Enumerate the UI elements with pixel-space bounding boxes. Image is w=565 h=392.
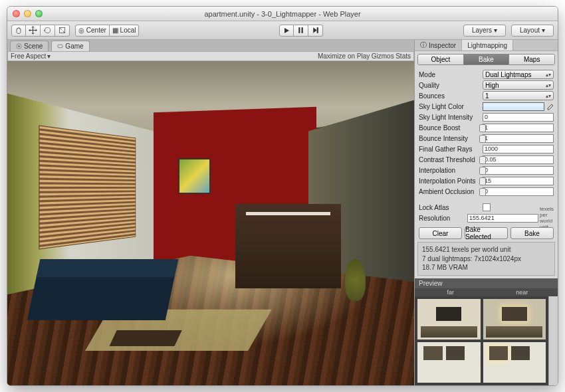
tab-scene[interactable]: Scene: [10, 41, 49, 51]
bake-selected-button[interactable]: Bake Selected: [465, 227, 508, 239]
pause-button[interactable]: [294, 25, 308, 37]
bake-button[interactable]: Bake: [510, 227, 554, 239]
titlebar: apartment.unity - 3-0_Lightmapper - Web …: [7, 7, 558, 21]
preview-scrollbar[interactable]: [548, 296, 558, 386]
ambient-occlusion-field[interactable]: [483, 187, 554, 196]
bake-actions: Clear Bake Selected Bake: [415, 225, 558, 242]
scene-cabinet: [235, 204, 341, 288]
main-area: Scene Game Free Aspect ▾ Maximize on Pla…: [7, 40, 414, 385]
view-tabs: Scene Game: [7, 40, 414, 51]
scene-vase: [345, 259, 366, 301]
scene-coffee-table: [109, 330, 181, 346]
stats-lightmaps: 7 dual lightmaps: 7x1024x1024px: [422, 254, 550, 264]
lightmap-near-0[interactable]: [483, 299, 546, 340]
center-icon: ◎: [78, 27, 84, 34]
layers-dropdown[interactable]: Layers▾: [463, 25, 506, 37]
clear-button[interactable]: Clear: [419, 227, 462, 239]
bounces-label: Bounces: [419, 92, 480, 100]
svg-point-5: [18, 45, 20, 47]
contrast-threshold-field[interactable]: [483, 155, 554, 164]
sky-light-color-field[interactable]: [483, 102, 544, 111]
aspect-dropdown[interactable]: Free Aspect ▾: [11, 52, 51, 60]
chevron-down-icon: ▾: [494, 27, 497, 34]
lightmap-near-1[interactable]: [483, 342, 546, 383]
lightmap-stats: 155.6421 texels per world unit 7 dual li…: [417, 242, 555, 276]
inspector-tabs: ⓘInspector Lightmapping: [415, 40, 558, 51]
stats-vram: 18.7 MB VRAM: [422, 263, 550, 272]
pivot-center-button[interactable]: ◎ Center: [75, 25, 110, 37]
tab-lightmapping[interactable]: Lightmapping: [462, 40, 513, 50]
toolbar: ◎ Center ▦ Local Layers▾ Layout▾: [7, 21, 558, 40]
game-viewport[interactable]: [7, 61, 414, 385]
lightmap-far-1[interactable]: [417, 342, 481, 383]
layout-dropdown[interactable]: Layout▾: [511, 25, 554, 37]
subtab-bake[interactable]: Bake: [463, 54, 509, 64]
quality-label: Quality: [419, 82, 480, 89]
inspector-icon: ⓘ: [420, 41, 427, 50]
window-title: apartment.unity - 3-0_Lightmapper - Web …: [7, 10, 558, 18]
contrast-threshold-label: Contrast Threshold: [419, 156, 477, 163]
pivot-local-button[interactable]: ▦ Local: [110, 25, 140, 37]
eyedropper-icon[interactable]: [546, 102, 554, 110]
inspector-panel: ⓘInspector Lightmapping Object Bake Maps…: [414, 40, 558, 385]
svg-rect-1: [299, 27, 300, 33]
view-options-bar: Free Aspect ▾ Maximize on Play Gizmos St…: [7, 51, 414, 61]
stats-texels: 155.6421 texels per world unit: [422, 245, 550, 254]
quality-select[interactable]: High▴▾: [483, 80, 554, 90]
mode-label: Mode: [419, 71, 480, 78]
subtab-object[interactable]: Object: [418, 54, 463, 64]
bounce-intensity-label: Bounce Intensity: [419, 135, 477, 142]
play-button[interactable]: [279, 25, 294, 37]
subtab-maps[interactable]: Maps: [508, 54, 554, 64]
interpolation-points-field[interactable]: [483, 177, 554, 185]
maximize-on-play-toggle[interactable]: Maximize on Play: [318, 52, 370, 60]
scene-sofa: [27, 275, 175, 320]
final-gather-rays-label: Final Gather Rays: [419, 146, 480, 153]
bake-properties: ModeDual Lightmaps▴▾ QualityHigh▴▾ Bounc…: [415, 68, 558, 225]
bounce-intensity-field[interactable]: [483, 134, 554, 143]
step-button[interactable]: [308, 25, 323, 37]
bounce-boost-label: Bounce Boost: [419, 124, 477, 132]
preview-labels: far near: [415, 288, 558, 296]
game-icon: [57, 43, 63, 49]
resolution-field[interactable]: [467, 214, 538, 223]
preview-header: Preview: [415, 278, 558, 288]
gizmos-toggle[interactable]: Gizmos: [372, 52, 394, 60]
editor-body: Scene Game Free Aspect ▾ Maximize on Pla…: [7, 40, 558, 385]
scale-tool-button[interactable]: [55, 25, 70, 37]
preview-near-label: near: [487, 288, 558, 296]
preview-panel: Preview far near: [415, 278, 558, 386]
updown-icon: ▴▾: [546, 72, 551, 78]
bounce-boost-field[interactable]: [483, 124, 554, 132]
interpolation-field[interactable]: [483, 166, 554, 175]
playback-controls: [279, 25, 323, 37]
tab-inspector[interactable]: ⓘInspector: [415, 40, 462, 50]
tab-game[interactable]: Game: [51, 41, 89, 51]
lightmap-far-0[interactable]: [417, 299, 481, 340]
svg-rect-2: [302, 27, 303, 33]
chevron-down-icon: ▾: [47, 52, 51, 60]
scene-icon: [16, 43, 22, 49]
move-tool-button[interactable]: [26, 25, 41, 37]
transform-tools: [11, 25, 70, 37]
svg-rect-6: [58, 45, 63, 48]
interpolation-points-label: Interpolation Points: [419, 177, 477, 185]
stats-toggle[interactable]: Stats: [396, 52, 411, 60]
ambient-occlusion-label: Ambient Occlusion: [419, 188, 477, 195]
rotate-tool-button[interactable]: [41, 25, 55, 37]
svg-rect-3: [317, 27, 318, 33]
pivot-controls: ◎ Center ▦ Local: [75, 25, 139, 37]
chevron-down-icon: ▾: [542, 27, 545, 34]
scene-window-blinds: [39, 126, 136, 250]
sky-light-intensity-field[interactable]: [483, 113, 554, 122]
preview-grid: [415, 296, 548, 386]
bounces-select[interactable]: 1▴▾: [483, 91, 554, 100]
updown-icon: ▴▾: [546, 93, 551, 99]
hand-tool-button[interactable]: [11, 25, 26, 37]
mode-select[interactable]: Dual Lightmaps▴▾: [483, 70, 554, 79]
final-gather-rays-field[interactable]: [483, 145, 554, 153]
local-icon: ▦: [112, 27, 118, 34]
sky-light-color-label: Sky Light Color: [419, 103, 480, 110]
preview-far-label: far: [415, 288, 487, 296]
interpolation-label: Interpolation: [419, 167, 477, 174]
